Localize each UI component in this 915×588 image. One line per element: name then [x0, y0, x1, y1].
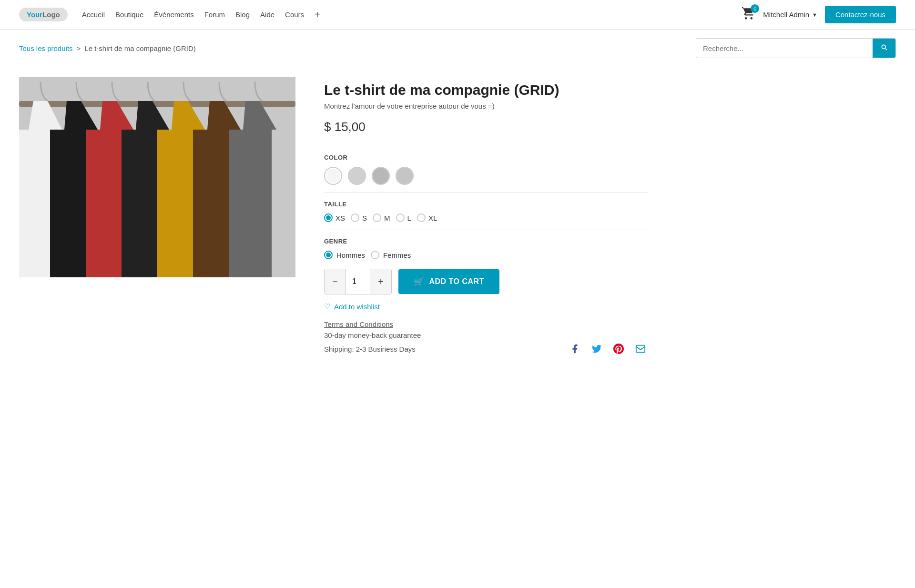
size-m[interactable]: M — [373, 213, 390, 222]
size-xl-radio — [417, 213, 426, 222]
nav-forum[interactable]: Forum — [204, 10, 225, 19]
add-to-cart-icon: 🛒 — [414, 276, 425, 287]
terms-link[interactable]: Terms and Conditions — [324, 320, 648, 328]
user-dropdown-arrow: ▼ — [812, 12, 817, 18]
genre-femmes-label: Femmes — [383, 251, 411, 259]
svg-rect-4 — [86, 130, 124, 277]
size-l-label: L — [407, 214, 411, 222]
size-l[interactable]: L — [396, 213, 411, 222]
product-photo — [19, 77, 295, 277]
size-xs-radio — [324, 213, 333, 222]
shipping-text: Shipping: 2-3 Business Days — [324, 345, 416, 353]
product-title: Le t-shirt de ma compagnie (GRID) — [324, 82, 648, 98]
wishlist-label: Add to wishlist — [334, 303, 380, 311]
genre-section: GENRE Hommes Femmes — [324, 230, 648, 259]
heart-icon: ♡ — [324, 302, 330, 311]
product-subtitle: Montrez l'amour de votre entreprise auto… — [324, 102, 648, 110]
search-input[interactable] — [696, 40, 873, 57]
svg-rect-7 — [193, 130, 231, 277]
quantity-plus-button[interactable]: + — [370, 269, 391, 294]
cart-icon[interactable]: 0 — [742, 7, 755, 22]
nav-aide[interactable]: Aide — [260, 10, 274, 19]
size-xl-label: XL — [428, 214, 437, 222]
breadcrumb-home[interactable]: Tous les produits — [19, 44, 73, 52]
search-button[interactable] — [873, 39, 895, 58]
genre-femmes[interactable]: Femmes — [371, 251, 411, 259]
search-bar — [696, 38, 896, 58]
svg-rect-5 — [122, 130, 160, 277]
genre-hommes-label: Hommes — [336, 251, 365, 259]
social-icons — [567, 341, 648, 356]
genre-femmes-radio — [371, 251, 379, 259]
nav-boutique[interactable]: Boutique — [115, 10, 143, 19]
size-xs[interactable]: XS — [324, 213, 345, 222]
logo-logo: Logo — [42, 10, 60, 19]
email-icon[interactable] — [633, 341, 648, 356]
size-section: TAILLE XS S M L — [324, 193, 648, 222]
size-xl[interactable]: XL — [417, 213, 437, 222]
guarantee-text: 30-day money-back guarantee — [324, 331, 648, 339]
svg-rect-2 — [19, 130, 52, 277]
nav-right: 0 Mitchell Admin ▼ Contactez-nous — [742, 6, 896, 23]
contactez-button[interactable]: Contactez-nous — [825, 6, 896, 23]
color-option-gray[interactable] — [372, 167, 390, 185]
size-s[interactable]: S — [351, 213, 367, 222]
genre-options: Hommes Femmes — [324, 251, 648, 259]
logo[interactable]: YourLogo — [19, 8, 68, 21]
color-option-silver[interactable] — [396, 167, 414, 185]
product-container: Le t-shirt de ma compagnie (GRID) Montre… — [0, 63, 667, 375]
email-svg — [635, 344, 646, 354]
user-name: Mitchell Admin — [763, 10, 809, 19]
quantity-control: − + — [324, 269, 392, 294]
logo-your: Your — [27, 10, 42, 19]
breadcrumb-bar: Tous les produits > Le t-shirt de ma com… — [0, 30, 915, 63]
size-s-radio — [351, 213, 359, 222]
user-menu[interactable]: Mitchell Admin ▼ — [763, 10, 817, 19]
product-price: $ 15,00 — [324, 120, 648, 134]
breadcrumb: Tous les produits > Le t-shirt de ma com… — [19, 44, 196, 52]
svg-rect-9 — [636, 345, 645, 353]
add-to-cart-label: ADD TO CART — [429, 277, 484, 286]
pinterest-icon[interactable] — [611, 341, 626, 356]
color-label: COLOR — [324, 154, 648, 161]
svg-rect-6 — [157, 130, 195, 277]
quantity-minus-button[interactable]: − — [325, 269, 346, 294]
size-label: TAILLE — [324, 201, 648, 208]
add-to-cart-button[interactable]: 🛒 ADD TO CART — [398, 269, 499, 294]
twitter-icon[interactable] — [589, 341, 604, 356]
product-details: Le t-shirt de ma compagnie (GRID) Montre… — [324, 77, 648, 356]
product-footer: Terms and Conditions 30-day money-back g… — [324, 320, 648, 356]
breadcrumb-current: Le t-shirt de ma compagnie (GRID) — [84, 44, 195, 52]
size-m-radio — [373, 213, 381, 222]
breadcrumb-separator: > — [77, 44, 81, 52]
color-option-white[interactable] — [324, 167, 342, 185]
wishlist-link[interactable]: ♡ Add to wishlist — [324, 302, 648, 311]
color-option-lightgray[interactable] — [348, 167, 366, 185]
svg-rect-3 — [50, 130, 88, 277]
color-section: COLOR — [324, 146, 648, 185]
nav-cours[interactable]: Cours — [285, 10, 304, 19]
nav-evenements[interactable]: Évènements — [154, 10, 193, 19]
genre-hommes[interactable]: Hommes — [324, 251, 365, 259]
cart-count: 0 — [751, 4, 759, 13]
product-image — [19, 77, 295, 356]
nav-links: Accueil Boutique Évènements Forum Blog A… — [82, 9, 728, 20]
size-l-radio — [396, 213, 405, 222]
nav-more-button[interactable]: + — [315, 9, 320, 20]
search-icon — [880, 43, 888, 51]
size-s-label: S — [362, 214, 367, 222]
facebook-icon[interactable] — [567, 341, 582, 356]
svg-rect-8 — [229, 130, 272, 277]
genre-label: GENRE — [324, 238, 648, 245]
size-xs-label: XS — [336, 214, 345, 222]
nav-accueil[interactable]: Accueil — [82, 10, 105, 19]
nav-blog[interactable]: Blog — [235, 10, 250, 19]
product-image-svg — [19, 77, 295, 277]
shipping-row: Shipping: 2-3 Business Days — [324, 341, 648, 356]
color-options — [324, 167, 648, 185]
quantity-input[interactable] — [346, 269, 370, 294]
twitter-svg — [591, 344, 602, 354]
genre-hommes-radio — [324, 251, 333, 259]
size-m-label: M — [384, 214, 390, 222]
size-options: XS S M L XL — [324, 213, 648, 222]
